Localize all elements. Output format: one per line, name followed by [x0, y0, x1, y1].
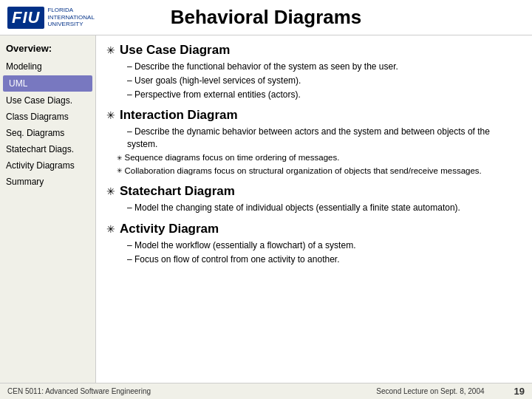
sidebar-item-uml[interactable]: UML: [3, 75, 92, 92]
sub-bullet-item: Sequence diagrams focus on time ordering…: [117, 152, 522, 164]
logo-subtitle: FLORIDA INTERNATIONAL UNIVERSITY: [47, 7, 92, 28]
slide-number: 19: [514, 386, 525, 397]
overview-label: Overview:: [0, 40, 95, 58]
bullet-item: Describe the dynamic behavior between ac…: [127, 126, 522, 151]
sub-bullet-item: Collaboration diagrams focus on structur…: [117, 166, 522, 177]
section-title-interaction: Interaction Diagram: [120, 108, 238, 123]
bullet-list-interaction: Describe the dynamic behavior between ac…: [127, 126, 522, 151]
bullet-star-icon: ✳: [106, 44, 115, 56]
header: FIU FLORIDA INTERNATIONAL UNIVERSITY Beh…: [0, 0, 532, 35]
bullet-item: User goals (high-level services of syste…: [127, 75, 522, 87]
bullet-star-icon: ✳: [106, 109, 115, 121]
bullet-item: Describe the functional behavior of the …: [127, 61, 522, 73]
bullet-list-activity: Model the workflow (essentially a flowch…: [127, 239, 522, 266]
sidebar-item-activity-diagrams[interactable]: Activity Diagrams: [0, 157, 95, 174]
section-header-interaction: ✳Interaction Diagram: [106, 108, 522, 123]
bullet-item: Perspective from external entities (acto…: [127, 89, 522, 101]
sidebar-item-use-case-diags[interactable]: Use Case Diags.: [0, 92, 95, 109]
sidebar-item-statechart-diags[interactable]: Statechart Diags.: [0, 141, 95, 157]
footer-date: Second Lecture on Sept. 8, 2004: [376, 387, 484, 395]
page-title: Behavioral Diagrams: [171, 6, 362, 29]
main-layout: Overview: ModelingUMLUse Case Diags.Clas…: [0, 35, 532, 383]
bullet-item: Model the changing state of individual o…: [127, 202, 522, 214]
section-title-statechart: Statechart Diagram: [120, 184, 235, 199]
bullet-item: Model the workflow (essentially a flowch…: [127, 239, 522, 252]
content-area: ✳Use Case DiagramDescribe the functional…: [96, 35, 532, 383]
section-header-use-case: ✳Use Case Diagram: [106, 43, 522, 58]
section-activity: ✳Activity DiagramModel the workflow (ess…: [106, 222, 522, 266]
section-header-statechart: ✳Statechart Diagram: [106, 184, 522, 199]
bullet-list-statechart: Model the changing state of individual o…: [127, 202, 522, 214]
sub-bullet-list-interaction: Sequence diagrams focus on time ordering…: [117, 152, 522, 177]
sidebar-item-summary[interactable]: Summary: [0, 174, 95, 190]
sidebar: Overview: ModelingUMLUse Case Diags.Clas…: [0, 35, 96, 383]
sidebar-item-class-diagrams[interactable]: Class Diagrams: [0, 109, 95, 125]
footer-left: CEN 5011: Advanced Software Engineering: [7, 387, 151, 395]
bullet-star-icon: ✳: [106, 223, 115, 235]
bullet-item: Focus on flow of control from one activi…: [127, 253, 522, 266]
bullet-star-icon: ✳: [106, 185, 115, 197]
logo-area: FIU FLORIDA INTERNATIONAL UNIVERSITY: [7, 7, 92, 29]
section-title-activity: Activity Diagram: [120, 222, 219, 236]
section-interaction: ✳Interaction DiagramDescribe the dynamic…: [106, 108, 522, 177]
section-statechart: ✳Statechart DiagramModel the changing st…: [106, 184, 522, 214]
bullet-list-use-case: Describe the functional behavior of the …: [127, 61, 522, 100]
logo-text: FIU: [7, 7, 44, 29]
footer: CEN 5011: Advanced Software Engineering …: [0, 383, 532, 399]
section-use-case: ✳Use Case DiagramDescribe the functional…: [106, 43, 522, 100]
section-header-activity: ✳Activity Diagram: [106, 222, 522, 236]
section-title-use-case: Use Case Diagram: [120, 43, 230, 58]
sidebar-item-seq-diagrams[interactable]: Seq. Diagrams: [0, 125, 95, 141]
sidebar-item-modeling[interactable]: Modeling: [0, 58, 95, 75]
footer-right: Second Lecture on Sept. 8, 2004 19: [376, 386, 525, 397]
